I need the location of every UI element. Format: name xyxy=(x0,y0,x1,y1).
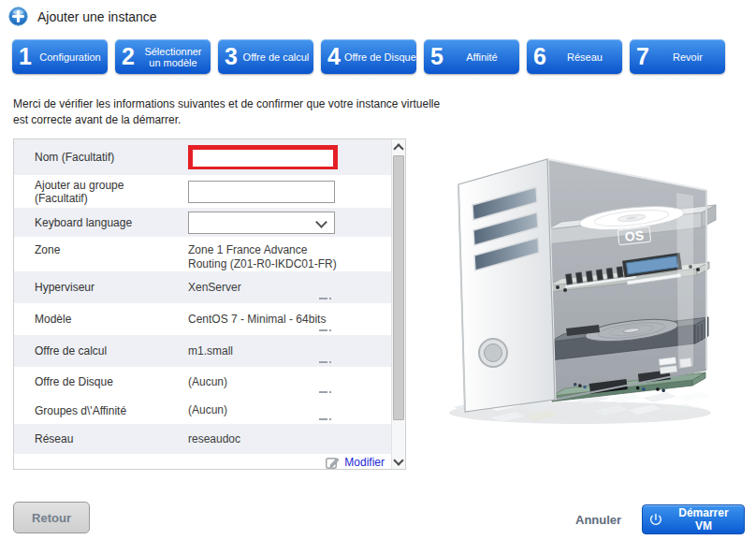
chevron-up-icon xyxy=(393,143,403,153)
power-button xyxy=(479,339,507,367)
scroll-up-button[interactable] xyxy=(392,139,405,154)
field-value: (Aucun) xyxy=(188,403,340,417)
back-button[interactable]: Retour xyxy=(13,502,90,533)
row-offre-calcul: Offre de calcul m1.small xyxy=(14,335,391,367)
highlight-box xyxy=(188,145,338,169)
field-value: Zone 1 France Advance Routing (Z01-R0-IK… xyxy=(188,243,340,271)
row-offre-disque: Offre de Disque (Aucun) xyxy=(14,367,391,397)
panel-scrollbar xyxy=(391,139,405,469)
step-label: Réseau xyxy=(550,51,622,63)
review-rows: Nom (Facultatif) Ajouter au groupe (Facu… xyxy=(14,139,391,469)
chevron-down-icon xyxy=(315,216,327,228)
tab-offre-calcul[interactable]: 3 Offre de calcul xyxy=(218,39,313,74)
field-label: Offre de Disque xyxy=(35,375,188,388)
field-label: Réseau xyxy=(35,432,188,445)
name-input[interactable] xyxy=(193,152,333,167)
step-number: 6 xyxy=(527,39,550,74)
row-reseau: Réseau reseaudoc xyxy=(14,424,391,454)
row-hyperviseur: Hyperviseur XenServer xyxy=(14,271,391,303)
panel-footer: Modifier xyxy=(14,454,391,471)
scroll-down-button[interactable] xyxy=(392,454,405,469)
edit-icon xyxy=(326,456,340,470)
field-label: Offre de calcul xyxy=(35,344,188,358)
row-groupe: Ajouter au groupe (Facultatif) xyxy=(14,175,391,208)
field-label: Nom (Facultatif) xyxy=(35,151,188,164)
tower-svg: OS xyxy=(426,145,753,431)
field-label: Keyboard language xyxy=(35,216,188,229)
step-number: 2 xyxy=(115,39,138,74)
add-instance-wizard: Ajouter une instance 1 Configuration 2 S… xyxy=(0,0,756,540)
step-label: Sélectionner un modèle xyxy=(138,46,211,68)
step-label: Offre de calcul xyxy=(241,51,313,63)
chevron-down-icon xyxy=(393,455,403,465)
scrollbar-thumb[interactable] xyxy=(393,155,404,420)
row-keyboard: Keyboard language xyxy=(14,208,391,237)
edit-row-icon[interactable] xyxy=(319,328,331,332)
step-label: Revoir xyxy=(653,51,725,63)
row-groupes-affinite: Groupes d\'Affinité (Aucun) xyxy=(14,397,391,424)
step-label: Affinité xyxy=(447,51,519,63)
edit-row-icon[interactable] xyxy=(319,390,331,394)
step-number: 1 xyxy=(12,39,36,74)
edit-row-icon[interactable] xyxy=(319,360,331,364)
tab-reseau[interactable]: 6 Réseau xyxy=(527,39,622,74)
field-value: CentOS 7 - Minimal - 64bits xyxy=(188,313,340,327)
add-instance-icon xyxy=(8,7,28,26)
launch-vm-button[interactable]: Démarrer VM xyxy=(642,504,745,534)
field-value: XenServer xyxy=(188,281,340,295)
field-label: Modèle xyxy=(35,313,188,326)
launch-vm-label: Démarrer VM xyxy=(669,506,738,533)
tab-revoir[interactable]: 7 Revoir xyxy=(630,39,725,74)
field-value: m1.small xyxy=(188,344,340,358)
tab-configuration[interactable]: 1 Configuration xyxy=(12,39,108,74)
cancel-link[interactable]: Annuler xyxy=(575,513,621,527)
wizard-header: Ajouter une instance xyxy=(8,7,157,26)
keyboard-language-select[interactable] xyxy=(188,212,335,234)
step-number: 7 xyxy=(630,39,653,74)
row-modele: Modèle CentOS 7 - Minimal - 64bits xyxy=(14,303,391,335)
wizard-steps: 1 Configuration 2 Sélectionner un modèle… xyxy=(12,39,725,74)
row-zone: Zone Zone 1 France Advance Routing (Z01-… xyxy=(14,237,391,271)
field-value: (Aucun) xyxy=(188,375,340,389)
computer-illustration: OS xyxy=(426,145,753,431)
page-title: Ajouter une instance xyxy=(37,9,157,24)
tab-selectionner-modele[interactable]: 2 Sélectionner un modèle xyxy=(115,39,211,74)
power-icon xyxy=(648,512,663,527)
step-number: 4 xyxy=(321,39,344,74)
edit-row-icon[interactable] xyxy=(319,417,331,421)
modify-link[interactable]: Modifier xyxy=(344,456,385,469)
field-label: Ajouter au groupe (Facultatif) xyxy=(35,179,188,205)
glass-sheen xyxy=(547,159,706,400)
tower-front-bezel xyxy=(458,159,555,412)
row-nom: Nom (Facultatif) xyxy=(14,139,391,175)
review-panel: Nom (Facultatif) Ajouter au groupe (Facu… xyxy=(13,139,406,470)
field-label: Hyperviseur xyxy=(35,281,188,294)
field-label: Groupes d\'Affinité xyxy=(35,404,188,417)
step-number: 5 xyxy=(424,39,447,74)
field-value: reseaudoc xyxy=(188,432,340,446)
tab-affinite[interactable]: 5 Affinité xyxy=(424,39,519,74)
step-label: Offre de Disque xyxy=(344,51,416,63)
field-label: Zone xyxy=(35,243,188,256)
intro-text: Merci de vérifier les informations suiva… xyxy=(13,96,443,128)
group-input[interactable] xyxy=(188,181,335,203)
step-label: Configuration xyxy=(36,51,108,63)
tab-offre-disque[interactable]: 4 Offre de Disque xyxy=(321,39,416,74)
edit-row-icon[interactable] xyxy=(319,297,331,300)
step-number: 3 xyxy=(218,39,241,74)
